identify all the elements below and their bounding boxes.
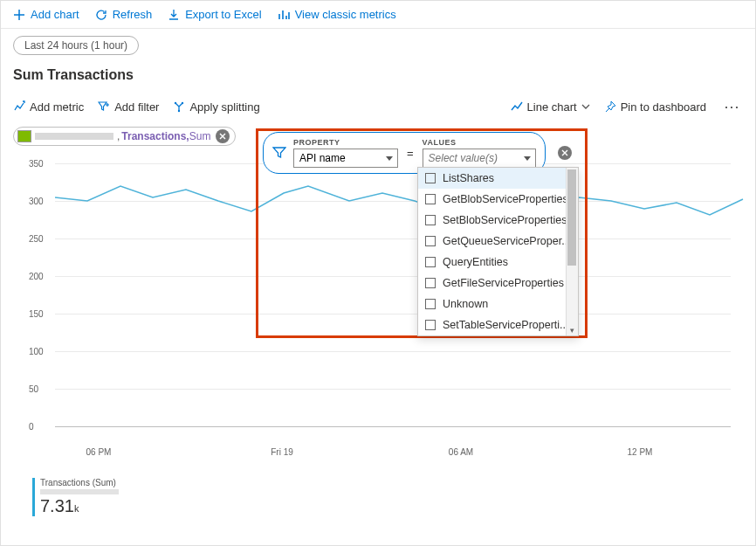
dropdown-option[interactable]: GetQueueServiceProper...: [418, 231, 578, 252]
option-label: ListShares: [443, 172, 494, 184]
add-filter-button[interactable]: Add filter: [98, 100, 159, 114]
checkbox-icon: [425, 320, 436, 330]
checkbox-icon: [425, 194, 436, 204]
bar-chart-icon: [278, 9, 290, 21]
property-label: PROPERTY: [293, 138, 398, 147]
x-tick: Fri 19: [271, 447, 293, 457]
option-label: GetBlobServiceProperties: [443, 193, 568, 205]
dropdown-option[interactable]: QueryEntities: [418, 252, 578, 273]
x-tick: 12 PM: [628, 447, 653, 457]
option-label: GetQueueServiceProper...: [443, 235, 571, 247]
add-filter-label: Add filter: [114, 100, 159, 114]
option-label: Unknown: [443, 298, 488, 310]
checkbox-icon: [425, 257, 436, 267]
refresh-button[interactable]: Refresh: [95, 8, 153, 21]
property-select[interactable]: [293, 149, 398, 168]
values-dropdown: ListShares GetBlobServiceProperties SetB…: [417, 167, 579, 336]
option-label: SetBlobServiceProperties: [443, 214, 567, 226]
pin-to-dashboard-button[interactable]: Pin to dashboard: [604, 100, 706, 114]
summary-unit: k: [74, 503, 79, 514]
metric-pill[interactable]: , Transactions, Sum: [13, 127, 236, 146]
summary-number: 7.31: [40, 496, 74, 515]
refresh-label: Refresh: [113, 8, 153, 21]
option-label: GetFileServiceProperties: [443, 277, 564, 289]
values-label: VALUES: [423, 138, 536, 147]
option-label: QueryEntities: [443, 256, 508, 268]
resource-icon: [17, 130, 31, 142]
more-menu-button[interactable]: ⋯: [720, 97, 743, 116]
time-range-text: Last 24 hours (1 hour): [24, 39, 127, 52]
dropdown-option[interactable]: GetFileServiceProperties: [418, 273, 578, 294]
y-tick: 300: [29, 197, 44, 206]
values-select[interactable]: [423, 149, 536, 168]
line-chart-icon: [511, 100, 523, 113]
y-tick: 50: [29, 384, 38, 394]
add-metric-button[interactable]: Add metric: [13, 100, 84, 114]
option-label: SetTableServiceProperti...: [443, 319, 569, 331]
y-tick: 0: [29, 422, 34, 432]
values-input[interactable]: [423, 149, 536, 168]
view-classic-metrics-button[interactable]: View classic metrics: [278, 8, 396, 21]
chart-type-dropdown[interactable]: Line chart: [511, 100, 590, 114]
add-metric-icon: [13, 100, 25, 113]
equals-sign: =: [405, 147, 416, 160]
y-tick: 350: [29, 159, 44, 169]
pin-label: Pin to dashboard: [621, 100, 706, 114]
scrollbar-thumb[interactable]: [567, 169, 576, 266]
resource-placeholder: [35, 133, 113, 140]
chart: 350 300 250 200 150 100 50 0 06 PM Fri 1…: [29, 155, 743, 478]
remove-filter-button[interactable]: [558, 146, 572, 160]
dropdown-option[interactable]: Unknown: [418, 294, 578, 314]
dropdown-option[interactable]: SetTableServiceProperti...: [418, 314, 578, 335]
property-select-input[interactable]: [293, 149, 398, 168]
dropdown-option[interactable]: GetBlobServiceProperties: [418, 189, 578, 210]
metric-aggregation: Sum: [189, 130, 211, 142]
y-tick: 200: [29, 272, 44, 281]
chart-type-label: Line chart: [527, 100, 577, 114]
plus-icon: [13, 9, 25, 21]
page-title: Sum Transactions: [13, 67, 743, 83]
pin-icon: [604, 100, 616, 113]
refresh-icon: [95, 9, 107, 21]
chevron-down-icon[interactable]: ▾: [567, 326, 576, 335]
apply-splitting-label: Apply splitting: [189, 100, 259, 114]
time-range-pill[interactable]: Last 24 hours (1 hour): [13, 36, 139, 55]
summary-sublabel: [40, 489, 119, 494]
metric-separator: ,: [117, 130, 120, 142]
apply-splitting-button[interactable]: Apply splitting: [173, 100, 259, 114]
chart-toolbar: Add metric Add filter Apply splitting Li…: [13, 93, 743, 125]
export-label: Export to Excel: [185, 8, 261, 21]
add-chart-label: Add chart: [31, 8, 79, 21]
checkbox-icon: [425, 278, 436, 288]
svg-point-1: [182, 102, 183, 104]
chevron-down-icon: [581, 102, 590, 111]
add-metric-label: Add metric: [30, 100, 84, 114]
chart-line: [55, 155, 745, 434]
checkbox-icon: [425, 299, 436, 309]
summary-value: 7.31k: [40, 496, 172, 516]
y-tick: 250: [29, 234, 44, 244]
checkbox-icon: [425, 215, 436, 225]
svg-point-2: [178, 110, 180, 112]
checkbox-icon: [425, 173, 436, 183]
time-range-row: Last 24 hours (1 hour): [1, 29, 755, 62]
remove-metric-button[interactable]: [216, 129, 230, 143]
dropdown-option[interactable]: SetBlobServiceProperties: [418, 210, 578, 231]
svg-point-0: [175, 102, 176, 104]
dropdown-option[interactable]: ListShares: [418, 168, 578, 189]
metric-name: Transactions,: [121, 130, 189, 142]
classic-label: View classic metrics: [295, 8, 396, 21]
checkbox-icon: [425, 236, 436, 246]
filter-plus-icon: [98, 100, 110, 113]
values-field: VALUES: [423, 138, 536, 168]
add-chart-button[interactable]: Add chart: [13, 8, 79, 21]
summary-card: Transactions (Sum) 7.31k: [32, 478, 172, 516]
split-icon: [173, 100, 185, 113]
export-excel-button[interactable]: Export to Excel: [168, 8, 261, 21]
download-icon: [168, 9, 180, 21]
close-icon: [561, 149, 568, 156]
y-tick: 150: [29, 309, 44, 319]
close-icon: [219, 133, 226, 140]
property-field: PROPERTY: [293, 138, 398, 168]
scrollbar[interactable]: ▾: [566, 168, 578, 335]
